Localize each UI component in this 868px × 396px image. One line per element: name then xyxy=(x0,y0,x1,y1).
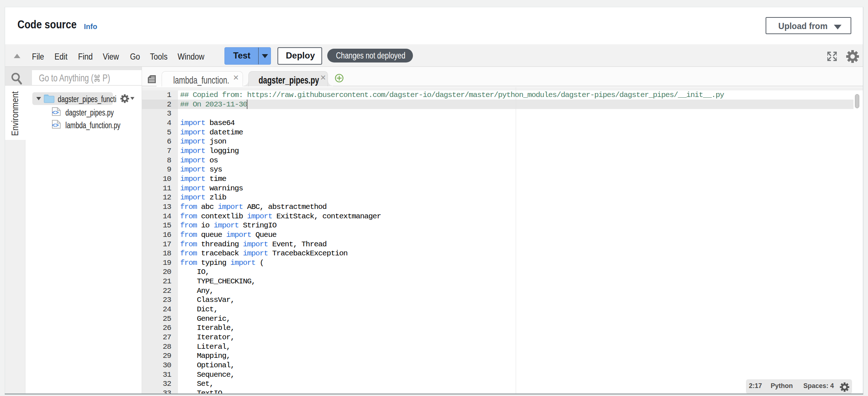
svg-text:<>: <> xyxy=(52,109,59,116)
svg-text:<>: <> xyxy=(52,122,59,128)
